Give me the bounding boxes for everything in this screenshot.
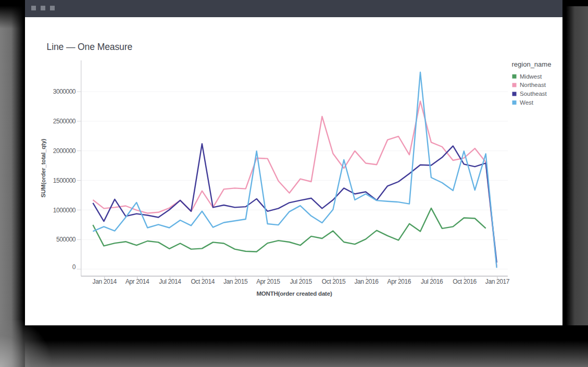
svg-text:Jul 2014: Jul 2014 — [159, 278, 181, 285]
svg-text:Jan 2014: Jan 2014 — [93, 278, 117, 285]
svg-text:2000000: 2000000 — [53, 147, 76, 155]
svg-text:Midwest: Midwest — [520, 73, 542, 80]
svg-text:Apr 2015: Apr 2015 — [256, 278, 280, 285]
svg-text:Jan 2015: Jan 2015 — [223, 278, 248, 285]
svg-text:0: 0 — [72, 263, 76, 271]
svg-text:region_name: region_name — [512, 60, 552, 68]
svg-text:Oct 2015: Oct 2015 — [322, 278, 346, 285]
svg-text:West: West — [520, 99, 534, 106]
svg-text:Oct 2014: Oct 2014 — [191, 278, 215, 285]
svg-text:Apr 2014: Apr 2014 — [126, 278, 149, 285]
svg-text:Jul 2016: Jul 2016 — [421, 278, 443, 285]
svg-text:2500000: 2500000 — [53, 118, 76, 125]
svg-text:Northeast: Northeast — [520, 82, 546, 88]
svg-text:3000000: 3000000 — [53, 88, 76, 95]
svg-text:Southeast: Southeast — [520, 91, 547, 97]
svg-text:1000000: 1000000 — [53, 207, 76, 214]
svg-text:SUM(order_total_qty): SUM(order_total_qty) — [40, 138, 46, 197]
svg-text:Jul 2015: Jul 2015 — [290, 278, 312, 285]
svg-text:Apr 2016: Apr 2016 — [387, 278, 411, 285]
svg-text:Oct 2016: Oct 2016 — [453, 278, 477, 285]
svg-text:500000: 500000 — [56, 236, 76, 243]
svg-text:1500000: 1500000 — [53, 177, 76, 184]
svg-text:Jan 2016: Jan 2016 — [354, 278, 379, 285]
svg-text:MONTH(order created date): MONTH(order created date) — [256, 290, 332, 297]
svg-text:Jan 2017: Jan 2017 — [485, 278, 510, 285]
